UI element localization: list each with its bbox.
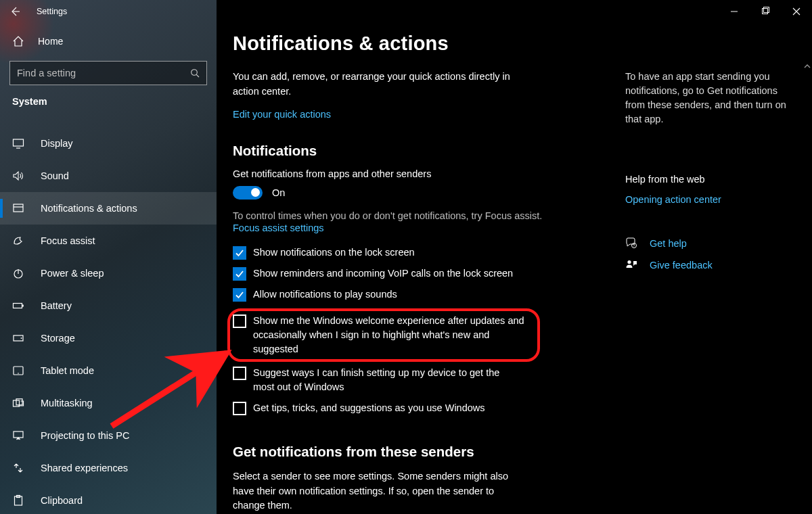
notification-option-1[interactable]: Show reminders and incoming VoIP calls o… bbox=[233, 266, 517, 281]
sidebar-item-focus-assist[interactable]: Focus assist bbox=[0, 225, 217, 257]
svg-point-2 bbox=[191, 69, 197, 75]
titlebar: Settings bbox=[0, 0, 812, 23]
sidebar-item-label: Multitasking bbox=[41, 398, 93, 408]
notification-option-2[interactable]: Allow notifications to play sounds bbox=[233, 287, 517, 302]
sidebar-item-power-sleep[interactable]: Power & sleep bbox=[0, 257, 217, 289]
feedback-icon bbox=[625, 259, 641, 271]
scroll-up-icon[interactable] bbox=[802, 61, 812, 72]
projecting-icon bbox=[12, 429, 28, 442]
svg-point-11 bbox=[18, 373, 19, 374]
multitasking-icon bbox=[12, 397, 28, 409]
back-button[interactable] bbox=[0, 0, 30, 23]
sidebar-item-label: Projecting to this PC bbox=[41, 430, 129, 441]
maximize-button[interactable] bbox=[750, 0, 781, 23]
power-icon bbox=[12, 267, 28, 279]
checkbox-label: Show reminders and incoming VoIP calls o… bbox=[253, 266, 513, 281]
notifications-toggle-state: On bbox=[272, 187, 285, 198]
home-label: Home bbox=[38, 36, 63, 47]
battery-icon bbox=[12, 300, 28, 312]
svg-rect-14 bbox=[14, 431, 23, 438]
sidebar-item-tablet-mode[interactable]: Tablet mode bbox=[0, 354, 217, 387]
checkbox-label: Show notifications on the lock screen bbox=[253, 246, 415, 260]
svg-point-19 bbox=[627, 260, 631, 264]
svg-rect-6 bbox=[14, 304, 22, 308]
focus-assist-hint: To control times when you do or don't ge… bbox=[233, 209, 544, 223]
search-icon bbox=[183, 68, 206, 78]
svg-rect-1 bbox=[764, 7, 769, 13]
page-title: Notifications & actions bbox=[233, 32, 812, 55]
sidebar-item-label: Power & sleep bbox=[41, 268, 104, 279]
sidebar-item-shared-experiences[interactable]: Shared experiences bbox=[0, 452, 217, 484]
quick-actions-desc: You can add, remove, or rearrange your q… bbox=[233, 70, 531, 99]
help-web-link[interactable]: Opening action center bbox=[625, 194, 721, 205]
sound-icon bbox=[12, 170, 28, 182]
sidebar-item-notifications-actions[interactable]: Notifications & actions bbox=[0, 192, 217, 225]
sidebar-item-storage[interactable]: Storage bbox=[0, 322, 217, 354]
sidebar-item-display[interactable]: Display bbox=[0, 127, 217, 160]
sidebar-item-battery[interactable]: Battery bbox=[0, 289, 217, 322]
notification-option-5[interactable]: Get tips, tricks, and suggestions as you… bbox=[233, 401, 517, 415]
sidebar-item-label: Notifications & actions bbox=[41, 203, 137, 214]
notification-option-4[interactable]: Suggest ways I can finish setting up my … bbox=[233, 366, 517, 394]
sidebar: Home System DisplaySoundNotifications & … bbox=[0, 0, 217, 514]
checkbox-label: Suggest ways I can finish setting up my … bbox=[253, 366, 517, 394]
svg-rect-7 bbox=[22, 305, 24, 307]
svg-text:?: ? bbox=[633, 243, 635, 248]
checkbox[interactable] bbox=[233, 367, 246, 380]
tablet-icon bbox=[12, 365, 28, 377]
checkbox[interactable] bbox=[233, 288, 246, 302]
checkbox-label: Show me the Windows welcome experience a… bbox=[253, 314, 531, 356]
senders-desc: Select a sender to see more settings. So… bbox=[233, 469, 524, 513]
sidebar-item-label: Display bbox=[41, 138, 73, 149]
sidebar-item-label: Storage bbox=[41, 333, 75, 344]
main-content: Notifications & actions You can add, rem… bbox=[217, 0, 812, 514]
minimize-button[interactable] bbox=[719, 0, 750, 23]
shared-icon bbox=[12, 462, 28, 474]
help-from-web-header: Help from the web bbox=[625, 174, 794, 185]
home-icon bbox=[12, 35, 28, 47]
search-input-wrap[interactable] bbox=[9, 61, 207, 85]
window-title: Settings bbox=[30, 7, 67, 16]
svg-rect-0 bbox=[763, 9, 768, 14]
checkbox[interactable] bbox=[233, 402, 246, 415]
sidebar-item-label: Focus assist bbox=[41, 235, 95, 246]
edit-quick-actions-link[interactable]: Edit your quick actions bbox=[233, 109, 331, 120]
scrollbar[interactable] bbox=[802, 61, 812, 494]
close-button[interactable] bbox=[781, 0, 812, 23]
svg-point-9 bbox=[21, 337, 22, 339]
checkbox[interactable] bbox=[233, 246, 246, 260]
sidebar-item-label: Shared experiences bbox=[41, 463, 128, 473]
tip-text: To have an app start sending you notific… bbox=[625, 70, 794, 126]
notifications-toggle[interactable] bbox=[233, 186, 263, 200]
sidebar-item-label: Sound bbox=[41, 170, 69, 181]
home-nav[interactable]: Home bbox=[0, 27, 217, 55]
sidebar-item-sound[interactable]: Sound bbox=[0, 160, 217, 192]
checkbox-label: Allow notifications to play sounds bbox=[253, 287, 397, 302]
give-feedback-link[interactable]: Give feedback bbox=[650, 260, 713, 271]
senders-heading: Get notifications from these senders bbox=[233, 444, 612, 460]
checkbox[interactable] bbox=[233, 314, 246, 328]
get-help-link[interactable]: Get help bbox=[650, 238, 687, 249]
sidebar-item-projecting-to-this-pc[interactable]: Projecting to this PC bbox=[0, 419, 217, 452]
checkbox-label: Get tips, tricks, and suggestions as you… bbox=[253, 401, 485, 415]
checkbox[interactable] bbox=[233, 267, 246, 281]
notification-option-0[interactable]: Show notifications on the lock screen bbox=[233, 246, 517, 260]
focus-assist-icon bbox=[12, 235, 28, 247]
get-help-icon: ? bbox=[625, 237, 641, 250]
search-input[interactable] bbox=[10, 68, 183, 78]
sidebar-item-label: Tablet mode bbox=[41, 365, 94, 376]
notifications-icon bbox=[12, 202, 28, 214]
notification-option-3[interactable]: Show me the Windows welcome experience a… bbox=[227, 308, 540, 362]
notifications-sublabel: Get notifications from apps and other se… bbox=[233, 168, 612, 179]
focus-assist-link[interactable]: Focus assist settings bbox=[233, 223, 324, 233]
category-header: System bbox=[0, 95, 217, 114]
sidebar-item-label: Clipboard bbox=[41, 495, 83, 506]
storage-icon bbox=[12, 332, 28, 344]
svg-rect-4 bbox=[14, 204, 23, 212]
clipboard-icon bbox=[12, 494, 28, 507]
svg-rect-3 bbox=[14, 139, 24, 146]
sidebar-item-clipboard[interactable]: Clipboard bbox=[0, 484, 217, 514]
sidebar-item-label: Battery bbox=[41, 300, 72, 311]
sidebar-item-multitasking[interactable]: Multitasking bbox=[0, 387, 217, 419]
notifications-heading: Notifications bbox=[233, 143, 612, 159]
